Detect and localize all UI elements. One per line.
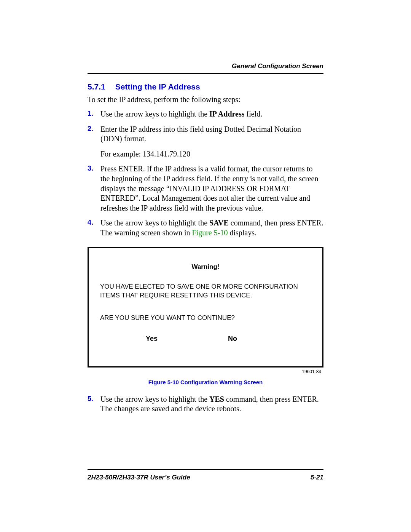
step-text-pre: Use the arrow keys to highlight the [100,219,209,227]
section-intro: To set the IP address, perform the follo… [88,95,323,104]
step-text: Press ENTER. If the IP address is a vali… [100,165,318,212]
header-rule [88,73,323,74]
figure-code: 19601-84 [88,369,323,374]
step-bold: SAVE [209,219,229,227]
warning-title: Warning! [100,263,311,272]
warning-question: ARE YOU SURE YOU WANT TO CONTINUE? [100,314,311,323]
warning-buttons: Yes No [100,334,311,343]
step-list-continued: 5. Use the arrow keys to highlight the Y… [88,395,323,414]
step-marker: 5. [88,395,93,403]
step-5: 5. Use the arrow keys to highlight the Y… [88,395,323,414]
step-list: 1. Use the arrow keys to highlight the I… [88,109,323,238]
step-text-pre: Use the arrow keys to highlight the [100,395,209,403]
figure-reference[interactable]: Figure 5-10 [192,228,228,237]
section-number: 5.7.1 [88,82,105,91]
footer-guide: 2H23-50R/2H33-37R User’s Guide [88,474,190,481]
section-title: Setting the IP Address [115,82,200,91]
footer-rule [88,469,323,470]
step-text-tail: displays. [228,228,256,237]
step-marker: 2. [88,125,93,133]
step-2: 2. Enter the IP address into this field … [88,125,323,159]
step-marker: 3. [88,164,93,173]
figure-caption: Figure 5-10 Configuration Warning Screen [88,379,323,385]
step-bold: YES [209,395,224,403]
step-marker: 4. [88,218,93,227]
step-4: 4. Use the arrow keys to highlight the S… [88,218,323,238]
section-heading: 5.7.1Setting the IP Address [88,82,323,91]
warning-screen-figure: Warning! YOU HAVE ELECTED TO SAVE ONE OR… [88,247,323,367]
step-3: 3. Press ENTER. If the IP address is a v… [88,164,323,213]
step-text-post: field. [245,110,263,118]
page-content: General Configuration Screen 5.7.1Settin… [88,62,323,419]
warning-body: YOU HAVE ELECTED TO SAVE ONE OR MORE CON… [100,283,311,300]
step-1: 1. Use the arrow keys to highlight the I… [88,109,323,119]
page-footer: 2H23-50R/2H33-37R User’s Guide 5-21 [88,469,323,481]
step-bold: IP Address [209,110,244,118]
no-option: No [228,334,237,343]
step-example: For example: 134.141.79.120 [100,149,323,159]
step-text: Enter the IP address into this field usi… [100,125,301,143]
step-marker: 1. [88,109,93,118]
yes-option: Yes [146,334,158,343]
running-header: General Configuration Screen [88,62,323,70]
footer-page-number: 5-21 [311,474,323,481]
step-text-pre: Use the arrow keys to highlight the [100,110,209,118]
